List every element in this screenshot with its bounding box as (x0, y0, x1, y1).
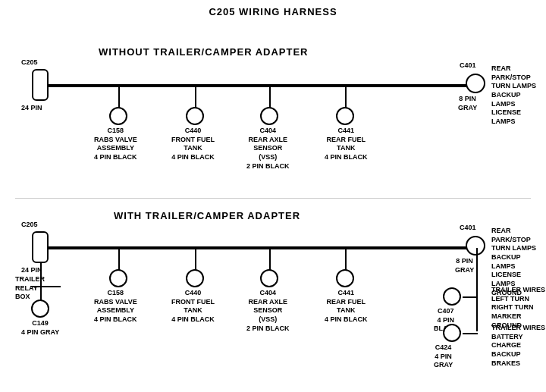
bottom-c205-pin: 24 PIN (21, 266, 42, 275)
c424-desc: TRAILER WIRESBATTERY CHARGEBACKUPBRAKES (491, 324, 546, 368)
top-c158-vline (118, 86, 120, 108)
right-branch-vline (476, 248, 478, 331)
c149-vline (40, 286, 42, 301)
bottom-c401-pin: 8 PINGRAY (455, 257, 474, 274)
bottom-c205-rect (32, 231, 49, 263)
top-c401-desc: REAR PARK/STOPTURN LAMPSBACKUP LAMPSLICE… (491, 64, 546, 127)
top-c404-vline (269, 86, 271, 108)
bottom-c404-circle (260, 269, 278, 287)
top-c440-vline (195, 86, 196, 108)
divider (15, 198, 531, 199)
c149-label: C1494 PIN GRAY (21, 319, 59, 337)
bottom-c401-circle (466, 236, 485, 256)
bottom-c158-label: C158RABS VALVEASSEMBLY4 PIN BLACK (94, 289, 137, 325)
bottom-c441-label: C441REAR FUELTANK4 PIN BLACK (325, 289, 368, 325)
c407-hline (463, 296, 478, 298)
bottom-c404-vline (269, 248, 271, 271)
bottom-c205-label: C205 (21, 221, 38, 230)
top-c404-circle (260, 107, 278, 125)
top-c205-label: C205 (21, 58, 38, 67)
c149-circle (31, 299, 49, 318)
bottom-section-title: WITH TRAILER/CAMPER ADAPTER (114, 210, 300, 221)
bottom-c440-circle (186, 269, 204, 287)
bottom-c441-vline (345, 248, 347, 271)
bottom-c158-circle (109, 269, 127, 287)
bottom-c158-vline (118, 248, 120, 271)
top-c440-circle (186, 107, 204, 125)
top-c401-pin: 8 PINGRAY (458, 95, 477, 112)
diagram-container: WITHOUT TRAILER/CAMPER ADAPTER C205 24 P… (0, 17, 546, 392)
top-c158-label: C158RABS VALVEASSEMBLY4 PIN BLACK (94, 127, 137, 162)
top-c441-vline (345, 86, 347, 108)
top-c158-circle (109, 107, 127, 125)
top-c401-circle (466, 74, 485, 93)
c407-circle (443, 287, 461, 306)
bottom-c441-circle (336, 269, 354, 287)
top-c441-circle (336, 107, 354, 125)
bottom-c440-label: C440FRONT FUELTANK4 PIN BLACK (171, 289, 215, 325)
c424-circle (443, 324, 461, 342)
bottom-c404-label: C404REAR AXLESENSOR(VSS)2 PIN BLACK (246, 289, 290, 333)
bottom-c440-vline (195, 248, 196, 271)
top-c441-label: C441REAR FUELTANK4 PIN BLACK (325, 127, 368, 162)
top-c205-rect (32, 69, 49, 101)
top-c404-label: C404REAR AXLESENSOR(VSS)2 PIN BLACK (246, 127, 290, 171)
c424-hline (463, 333, 478, 334)
c424-label: C4244 PINGRAY (434, 343, 453, 370)
top-section-title: WITHOUT TRAILER/CAMPER ADAPTER (99, 46, 309, 58)
top-c440-label: C440FRONT FUELTANK4 PIN BLACK (171, 127, 215, 162)
top-c401-label: C401 (460, 61, 476, 71)
page-title: C205 WIRING HARNESS (0, 0, 546, 17)
top-hline (47, 84, 479, 87)
bottom-c401-label: C401 (460, 224, 476, 233)
top-c205-pin: 24 PIN (21, 104, 42, 113)
bottom-hline (47, 246, 479, 249)
